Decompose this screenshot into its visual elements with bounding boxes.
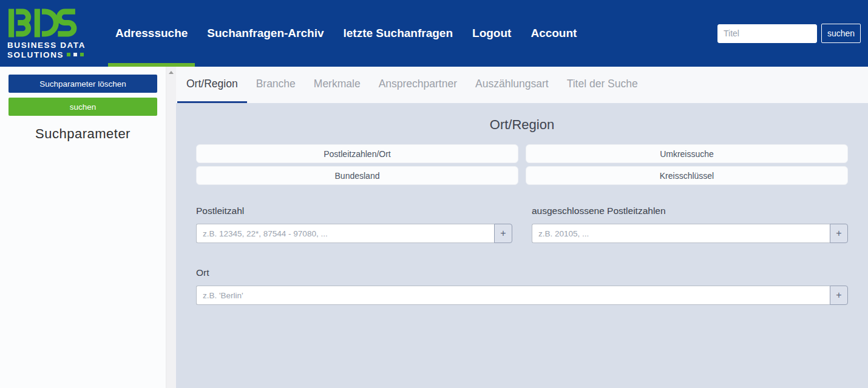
page-body: Suchparameter löschen suchen Suchparamet… [0, 67, 868, 388]
postleitzahl-add-button[interactable]: + [494, 224, 512, 243]
nav-item-adresssuche[interactable]: Adresssuche [106, 0, 197, 67]
tab-panel-ort-region: Ort/Region Postleitzahlen/Ort Umkreissuc… [176, 103, 868, 388]
clear-search-params-button[interactable]: Suchparameter löschen [8, 75, 157, 93]
logo-square-icon [73, 53, 77, 56]
ort-label: Ort [196, 267, 848, 278]
excluded-postcodes-input-group: + [532, 224, 848, 243]
brand-line2-text: SOLUTIONS [7, 50, 64, 59]
tab-auszaehlungsart[interactable]: Auszählungsart [466, 67, 558, 103]
tab-ort-region[interactable]: Ort/Region [177, 67, 247, 103]
sidebar-heading: Suchparameter [0, 126, 166, 142]
postleitzahl-input[interactable] [196, 224, 494, 243]
logo-square-icon [67, 53, 70, 56]
brand-line1: BUSINESS DATA [7, 41, 100, 50]
bundesland-button[interactable]: Bundesland [196, 166, 518, 185]
tab-bar: Ort/Region Branche Merkmale Ansprechpart… [176, 67, 868, 103]
tab-titel-der-suche[interactable]: Titel der Suche [558, 67, 647, 103]
ort-input[interactable] [196, 286, 830, 305]
category-button-grid: Postleitzahlen/Ort Umkreissuche Bundesla… [196, 144, 848, 185]
postleitzahl-input-group: + [196, 224, 512, 243]
umkreissuche-button[interactable]: Umkreissuche [526, 144, 848, 163]
postcode-fields-row: Postleitzahl + ausgeschlossene Postleitz… [196, 206, 848, 243]
tab-ansprechpartner[interactable]: Ansprechpartner [370, 67, 466, 103]
ort-add-button[interactable]: + [830, 286, 848, 305]
bds-logo-icon [7, 8, 100, 38]
brand-line2: SOLUTIONS [7, 50, 100, 59]
nav-item-suchanfragen-archiv[interactable]: Suchanfragen-Archiv [197, 0, 333, 67]
excluded-postcodes-label: ausgeschlossene Postleitzahlen [532, 206, 848, 216]
header-search: suchen [717, 24, 861, 43]
sidebar-suchen-button[interactable]: suchen [8, 98, 157, 116]
logo-square-icon [80, 53, 84, 56]
sidebar-scrollbar[interactable] [166, 67, 176, 388]
section-title: Ort/Region [196, 117, 848, 133]
sidebar: Suchparameter löschen suchen Suchparamet… [0, 67, 166, 388]
tab-merkmale[interactable]: Merkmale [305, 67, 370, 103]
excluded-postcodes-input[interactable] [532, 224, 830, 243]
title-search-input[interactable] [717, 24, 817, 43]
main-navigation: Adresssuche Suchanfragen-Archiv letzte S… [106, 0, 586, 67]
ort-field: Ort + [196, 267, 848, 305]
brand-logo: BUSINESS DATA SOLUTIONS [0, 8, 100, 59]
excluded-postcodes-add-button[interactable]: + [830, 224, 848, 243]
postleitzahlen-ort-button[interactable]: Postleitzahlen/Ort [196, 144, 518, 163]
scrollbar-up-arrow-icon[interactable] [169, 71, 174, 74]
postleitzahl-field: Postleitzahl + [196, 206, 512, 243]
nav-item-logout[interactable]: Logout [463, 0, 521, 67]
ort-input-group: + [196, 286, 848, 305]
kreisschluessel-button[interactable]: Kreisschlüssel [526, 166, 848, 185]
nav-item-letzte-suchanfragen[interactable]: letzte Suchanfragen [334, 0, 463, 67]
top-nav-bar: BUSINESS DATA SOLUTIONS Adresssuche Such… [0, 0, 868, 67]
tab-branche[interactable]: Branche [247, 67, 305, 103]
main-area: Ort/Region Branche Merkmale Ansprechpart… [176, 67, 868, 388]
excluded-postcodes-field: ausgeschlossene Postleitzahlen + [532, 206, 848, 243]
header-suchen-button[interactable]: suchen [821, 24, 861, 43]
postleitzahl-label: Postleitzahl [196, 206, 512, 216]
nav-item-account[interactable]: Account [521, 0, 586, 67]
